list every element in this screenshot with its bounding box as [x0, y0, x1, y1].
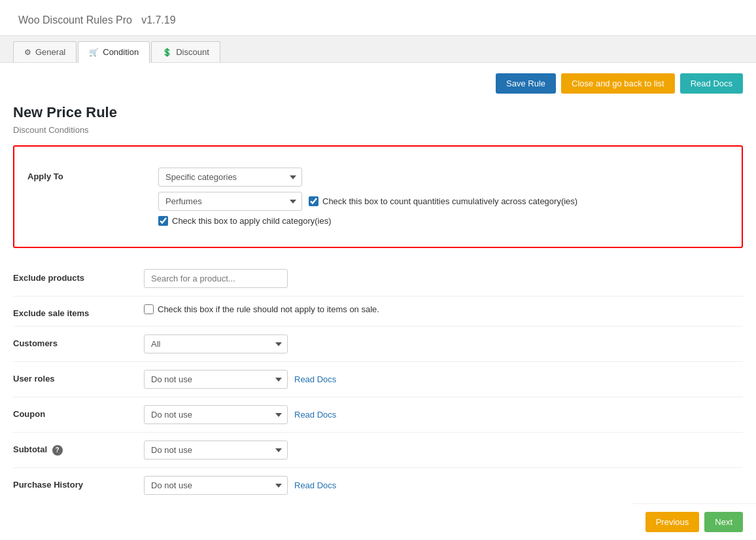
previous-button[interactable]: Previous: [645, 512, 700, 532]
exclude-products-label: Exclude products: [13, 269, 144, 283]
user-roles-dropdown-row: Do not use Administrator Customer Read D…: [144, 370, 743, 389]
user-roles-row: User roles Do not use Administrator Cust…: [13, 362, 743, 397]
exclude-sale-checkbox-row: Check this box if the rule should not ap…: [144, 304, 743, 314]
tab-bar: ⚙ General 🛒 Condition 💲 Discount: [0, 36, 756, 63]
exclude-sale-checkbox[interactable]: [144, 304, 154, 314]
customers-select[interactable]: All Specific customers Guest: [144, 334, 288, 353]
purchase-history-docs-link[interactable]: Read Docs: [294, 480, 336, 490]
user-roles-select[interactable]: Do not use Administrator Customer: [144, 370, 288, 389]
child-category-checkbox[interactable]: [158, 216, 168, 226]
cumulative-checkbox[interactable]: [309, 196, 318, 206]
exclude-products-row: Exclude products: [13, 261, 743, 296]
toolbar: Save Rule Close and go back to list Read…: [0, 63, 756, 104]
tab-general-label: General: [35, 47, 65, 57]
cumulative-checkbox-row: Check this box to count quantities cumul…: [309, 196, 577, 206]
tab-discount-label: Discount: [176, 47, 209, 57]
page-header: Woo Discount Rules Pro v1.7.19: [0, 0, 756, 36]
apply-to-row: Apply To Specific categories All Product…: [27, 160, 729, 234]
apply-to-select[interactable]: Specific categories All Products Specifi…: [158, 168, 302, 187]
exclude-sale-label: Exclude sale items: [13, 304, 144, 318]
tab-condition[interactable]: 🛒 Condition: [78, 41, 150, 63]
child-category-row: Check this box to apply child category(i…: [158, 216, 729, 226]
discount-icon: 💲: [162, 48, 172, 57]
coupon-controls: Do not use Yes No Read Docs: [144, 405, 743, 424]
page-title: New Price Rule: [13, 104, 743, 121]
purchase-history-label: Purchase History: [13, 476, 144, 490]
user-roles-controls: Do not use Administrator Customer Read D…: [144, 370, 743, 389]
general-icon: ⚙: [24, 48, 31, 57]
subtotal-label: Subtotal ?: [13, 441, 144, 456]
app-title-text: Woo Discount Rules Pro: [18, 14, 132, 26]
purchase-history-row: Purchase History Do not use Has purchase…: [13, 468, 743, 503]
next-button[interactable]: Next: [704, 512, 743, 532]
save-rule-button[interactable]: Save Rule: [496, 73, 556, 94]
exclude-products-controls: [144, 269, 743, 288]
category-select[interactable]: Perfumes Clothing Electronics: [158, 192, 302, 211]
user-roles-docs-link[interactable]: Read Docs: [294, 374, 336, 384]
category-row: Perfumes Clothing Electronics Check this…: [158, 192, 729, 211]
page-subtitle: Discount Conditions: [13, 125, 743, 135]
subtotal-row: Subtotal ? Do not use Greater than Less …: [13, 433, 743, 467]
exclude-sale-checkbox-label: Check this box if the rule should not ap…: [158, 304, 379, 314]
subtotal-label-text: Subtotal: [13, 444, 47, 454]
exclude-sale-controls: Check this box if the rule should not ap…: [144, 304, 743, 314]
app-title: Woo Discount Rules Pro v1.7.19: [13, 10, 176, 27]
purchase-history-controls: Do not use Has purchased Has not purchas…: [144, 476, 743, 495]
tab-general[interactable]: ⚙ General: [13, 41, 77, 62]
exclude-sale-row: Exclude sale items Check this box if the…: [13, 297, 743, 326]
close-back-button[interactable]: Close and go back to list: [561, 73, 675, 94]
apply-to-label: Apply To: [27, 168, 158, 181]
customers-controls: All Specific customers Guest: [144, 334, 743, 353]
apply-to-section: Apply To Specific categories All Product…: [13, 145, 743, 248]
apply-to-controls: Specific categories All Products Specifi…: [158, 168, 729, 226]
coupon-row: Coupon Do not use Yes No Read Docs: [13, 397, 743, 432]
main-content: New Price Rule Discount Conditions Apply…: [0, 104, 756, 540]
apply-to-dropdown-row: Specific categories All Products Specifi…: [158, 168, 729, 187]
read-docs-button[interactable]: Read Docs: [680, 73, 743, 94]
customers-label: Customers: [13, 334, 144, 348]
child-category-label: Check this box to apply child category(i…: [172, 216, 332, 226]
app-version: v1.7.19: [141, 14, 175, 26]
purchase-history-select[interactable]: Do not use Has purchased Has not purchas…: [144, 476, 288, 495]
purchase-history-dropdown-row: Do not use Has purchased Has not purchas…: [144, 476, 743, 495]
coupon-select[interactable]: Do not use Yes No: [144, 405, 288, 424]
subtotal-controls: Do not use Greater than Less than: [144, 441, 743, 459]
subtotal-select[interactable]: Do not use Greater than Less than: [144, 441, 288, 459]
coupon-label: Coupon: [13, 405, 144, 419]
tab-condition-label: Condition: [103, 47, 139, 57]
user-roles-label: User roles: [13, 370, 144, 384]
exclude-products-input[interactable]: [144, 269, 288, 288]
coupon-docs-link[interactable]: Read Docs: [294, 410, 336, 420]
bottom-bar: Previous Next: [632, 503, 756, 540]
cumulative-label: Check this box to count quantities cumul…: [322, 196, 577, 206]
subtotal-help-icon[interactable]: ?: [52, 445, 63, 456]
coupon-dropdown-row: Do not use Yes No Read Docs: [144, 405, 743, 424]
condition-icon: 🛒: [89, 48, 99, 57]
customers-row: Customers All Specific customers Guest: [13, 327, 743, 361]
tab-discount[interactable]: 💲 Discount: [151, 41, 220, 62]
